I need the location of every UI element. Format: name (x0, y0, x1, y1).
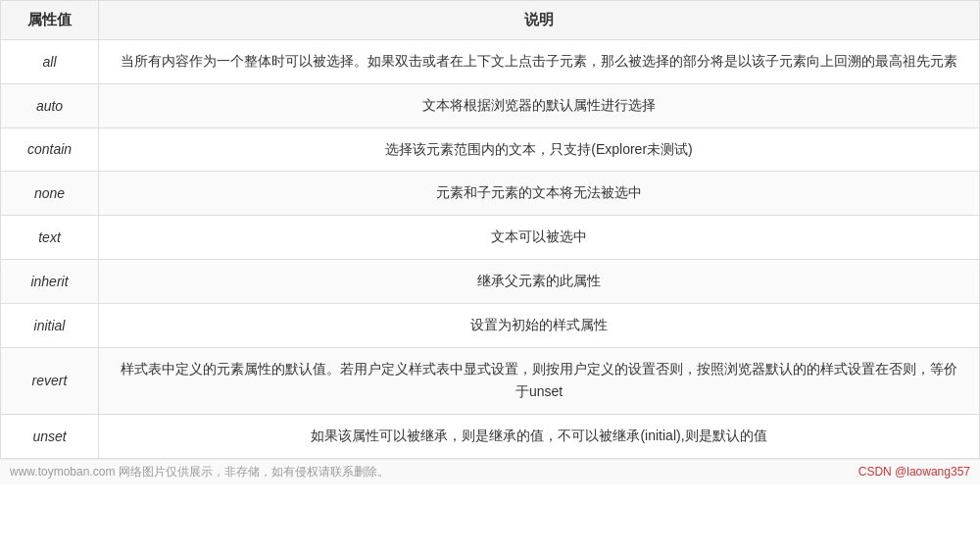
table-row: inherit继承父元素的此属性 (1, 259, 980, 303)
desc-cell: 选择该元素范围内的文本，只支持(Explorer未测试) (99, 127, 980, 172)
col-header-attr: 属性值 (1, 1, 99, 40)
table-row: revert样式表中定义的元素属性的默认值。若用户定义样式表中显式设置，则按用户… (1, 347, 980, 415)
footer-right-text: CSDN @laowang357 (858, 465, 970, 479)
attr-cell: auto (1, 83, 99, 127)
table-row: none元素和子元素的文本将无法被选中 (1, 172, 980, 216)
footer-left-text: www.toymoban.com 网络图片仅供展示，非存储，如有侵权请联系删除。 (10, 464, 389, 480)
desc-cell: 如果该属性可以被继承，则是继承的值，不可以被继承(initial),则是默认的值 (99, 415, 980, 459)
desc-cell: 继承父元素的此属性 (99, 259, 980, 303)
attr-cell: none (1, 172, 99, 216)
attr-cell: inherit (1, 259, 99, 303)
desc-cell: 设置为初始的样式属性 (99, 303, 980, 347)
table-row: auto文本将根据浏览器的默认属性进行选择 (1, 83, 980, 127)
table-row: initial设置为初始的样式属性 (1, 303, 980, 347)
table-row: text文本可以被选中 (1, 216, 980, 260)
property-table: 属性值 说明 all当所有内容作为一个整体时可以被选择。如果双击或者在上下文上点… (0, 0, 980, 459)
desc-cell: 样式表中定义的元素属性的默认值。若用户定义样式表中显式设置，则按用户定义的设置否… (99, 347, 980, 415)
attr-cell: all (1, 40, 99, 84)
footer-bar: www.toymoban.com 网络图片仅供展示，非存储，如有侵权请联系删除。… (0, 459, 980, 484)
attr-cell: text (1, 216, 99, 260)
desc-cell: 文本将根据浏览器的默认属性进行选择 (99, 83, 980, 127)
desc-cell: 当所有内容作为一个整体时可以被选择。如果双击或者在上下文上点击子元素，那么被选择… (99, 40, 980, 84)
attr-cell: unset (1, 415, 99, 459)
table-row: unset如果该属性可以被继承，则是继承的值，不可以被继承(initial),则… (1, 415, 980, 459)
col-header-desc: 说明 (99, 1, 980, 40)
attr-cell: initial (1, 303, 99, 347)
table-row: contain选择该元素范围内的文本，只支持(Explorer未测试) (1, 127, 980, 172)
attr-cell: contain (1, 127, 99, 172)
desc-cell: 文本可以被选中 (99, 216, 980, 260)
attr-cell: revert (1, 347, 99, 415)
table-row: all当所有内容作为一个整体时可以被选择。如果双击或者在上下文上点击子元素，那么… (1, 40, 980, 84)
desc-cell: 元素和子元素的文本将无法被选中 (99, 172, 980, 216)
